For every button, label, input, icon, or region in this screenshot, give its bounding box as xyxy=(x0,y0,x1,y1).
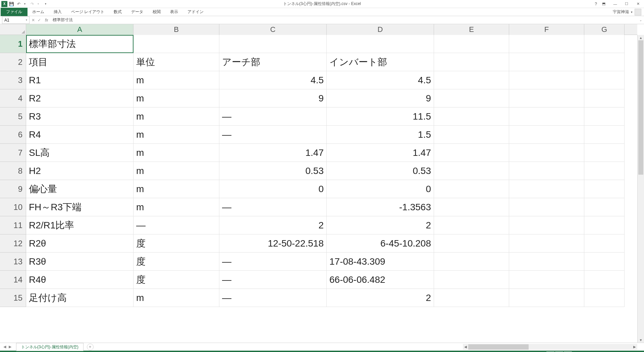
cell-D15[interactable]: 2 xyxy=(327,289,434,307)
cell-F9[interactable] xyxy=(509,180,584,198)
cell-C13[interactable]: ― xyxy=(219,253,327,271)
cell-F12[interactable] xyxy=(509,234,584,253)
row-header-8[interactable]: 8 xyxy=(0,162,26,180)
col-header-E[interactable]: E xyxy=(434,24,509,35)
row-header-13[interactable]: 13 xyxy=(0,253,26,271)
cell-C4[interactable]: 9 xyxy=(219,89,327,107)
tab-nav-prev-icon[interactable]: ◀ xyxy=(3,345,6,349)
row-header-12[interactable]: 12 xyxy=(0,234,26,253)
cell-A4[interactable]: R2 xyxy=(26,89,133,107)
tab-3[interactable]: 数式 xyxy=(109,8,126,16)
cell-E10[interactable] xyxy=(434,198,509,216)
row-header-6[interactable]: 6 xyxy=(0,126,26,144)
sheet-tab[interactable]: トンネル(3心円)-属性情報(内空) xyxy=(16,343,84,351)
cell-C3[interactable]: 4.5 xyxy=(219,71,327,89)
redo-dropdown-icon[interactable]: ▾ xyxy=(35,1,42,7)
horizontal-scrollbar[interactable]: ◀ ▶ xyxy=(463,344,637,350)
col-header-A[interactable]: A xyxy=(26,24,133,35)
vertical-scrollbar[interactable]: ▲ ▼ xyxy=(637,35,644,343)
col-header-C[interactable]: C xyxy=(219,24,327,35)
cell-D9[interactable]: 0 xyxy=(327,180,434,198)
row-header-1[interactable]: 1 xyxy=(0,35,26,53)
excel-icon[interactable]: X xyxy=(1,1,7,7)
cell-E5[interactable] xyxy=(434,107,509,126)
name-box[interactable]: A1 ▾ xyxy=(2,16,30,24)
cell-A15[interactable]: 足付け高 xyxy=(26,289,133,307)
cell-B9[interactable]: m xyxy=(133,180,219,198)
cell-D11[interactable]: 2 xyxy=(327,216,434,234)
cell-G4[interactable] xyxy=(584,89,625,107)
cell-D7[interactable]: 1.47 xyxy=(327,144,434,162)
row-header-10[interactable]: 10 xyxy=(0,198,26,216)
maximize-icon[interactable]: ☐ xyxy=(622,1,631,7)
row-header-9[interactable]: 9 xyxy=(0,180,26,198)
cell-B5[interactable]: m xyxy=(133,107,219,126)
cell-G5[interactable] xyxy=(584,107,625,126)
cell-G9[interactable] xyxy=(584,180,625,198)
vertical-scroll-thumb[interactable] xyxy=(638,40,643,175)
cell-B14[interactable]: 度 xyxy=(133,271,219,289)
cell-G2[interactable] xyxy=(584,53,625,71)
cell-grid[interactable]: 標準部寸法項目単位アーチ部インバート部R1m4.54.5R2m99R3m―11.… xyxy=(26,35,637,343)
cell-D10[interactable]: -1.3563 xyxy=(327,198,434,216)
cell-E11[interactable] xyxy=(434,216,509,234)
cell-F15[interactable] xyxy=(509,289,584,307)
cell-C9[interactable]: 0 xyxy=(219,180,327,198)
cell-E3[interactable] xyxy=(434,71,509,89)
cell-B3[interactable]: m xyxy=(133,71,219,89)
help-icon[interactable]: ? xyxy=(595,2,597,6)
cell-F14[interactable] xyxy=(509,271,584,289)
cell-A13[interactable]: R3θ xyxy=(26,253,133,271)
cell-G1[interactable] xyxy=(584,35,625,53)
col-header-F[interactable]: F xyxy=(509,24,584,35)
add-sheet-icon[interactable]: + xyxy=(87,344,94,350)
cell-F3[interactable] xyxy=(509,71,584,89)
tab-1[interactable]: 挿入 xyxy=(49,8,66,16)
cell-A8[interactable]: H2 xyxy=(26,162,133,180)
cell-F8[interactable] xyxy=(509,162,584,180)
cell-E9[interactable] xyxy=(434,180,509,198)
cell-D14[interactable]: 66-06-06.482 xyxy=(327,271,434,289)
cancel-icon[interactable]: ✕ xyxy=(32,18,35,23)
cell-B4[interactable]: m xyxy=(133,89,219,107)
cell-C6[interactable]: ― xyxy=(219,126,327,144)
cell-C14[interactable]: ― xyxy=(219,271,327,289)
cell-C5[interactable]: ― xyxy=(219,107,327,126)
cell-A11[interactable]: R2/R1比率 xyxy=(26,216,133,234)
cell-A9[interactable]: 偏心量 xyxy=(26,180,133,198)
select-all-corner[interactable] xyxy=(0,24,26,35)
ribbon-options-icon[interactable]: ⬒ xyxy=(599,1,608,7)
cell-C11[interactable]: 2 xyxy=(219,216,327,234)
cell-D5[interactable]: 11.5 xyxy=(327,107,434,126)
qat-customize-icon[interactable]: ▾ xyxy=(42,1,49,7)
cell-A1[interactable]: 標準部寸法 xyxy=(26,35,133,53)
cell-C10[interactable]: ― xyxy=(219,198,327,216)
close-icon[interactable]: ✕ xyxy=(633,1,643,7)
cell-B12[interactable]: 度 xyxy=(133,234,219,253)
cell-F5[interactable] xyxy=(509,107,584,126)
tab-file[interactable]: ファイル xyxy=(1,8,28,16)
cell-D2[interactable]: インバート部 xyxy=(327,53,434,71)
cell-G6[interactable] xyxy=(584,126,625,144)
cell-E6[interactable] xyxy=(434,126,509,144)
cell-A6[interactable]: R4 xyxy=(26,126,133,144)
cell-G11[interactable] xyxy=(584,216,625,234)
cell-F6[interactable] xyxy=(509,126,584,144)
cell-B6[interactable]: m xyxy=(133,126,219,144)
cell-A5[interactable]: R3 xyxy=(26,107,133,126)
formula-expand-icon[interactable]: ⌄ xyxy=(637,18,644,22)
formula-input[interactable]: 標準部寸法 xyxy=(50,16,637,24)
row-header-2[interactable]: 2 xyxy=(0,53,26,71)
col-header-G[interactable]: G xyxy=(584,24,625,35)
tab-7[interactable]: アドイン xyxy=(183,8,208,16)
cell-A3[interactable]: R1 xyxy=(26,71,133,89)
col-header-D[interactable]: D xyxy=(327,24,434,35)
cell-E14[interactable] xyxy=(434,271,509,289)
cell-A12[interactable]: R2θ xyxy=(26,234,133,253)
tab-5[interactable]: 校閲 xyxy=(148,8,165,16)
cell-B1[interactable] xyxy=(133,35,219,53)
cell-A14[interactable]: R4θ xyxy=(26,271,133,289)
fx-icon[interactable]: fx xyxy=(43,18,50,23)
row-header-4[interactable]: 4 xyxy=(0,89,26,107)
cell-B7[interactable]: m xyxy=(133,144,219,162)
